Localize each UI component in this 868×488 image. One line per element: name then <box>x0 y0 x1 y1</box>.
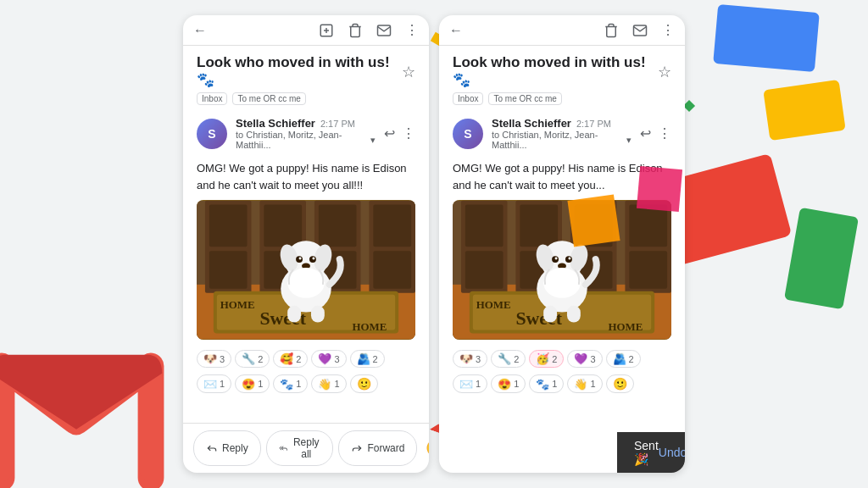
reaction-ear-2[interactable]: 🫂 2 <box>606 350 641 368</box>
sender-name-2: Stella Schieffer <box>492 117 571 130</box>
svg-rect-50 <box>575 205 613 247</box>
svg-text:HOME: HOME <box>609 321 643 333</box>
more-icon-2[interactable]: ⋮ <box>661 22 675 38</box>
sender-row-2: S Stella Schieffer 2:17 PM to Christian,… <box>439 110 685 157</box>
toolbar-2: ← ⋮ <box>439 15 685 46</box>
svg-text:HOME: HOME <box>220 299 255 311</box>
add-reaction-1[interactable]: 🙂 <box>350 374 378 393</box>
svg-point-66 <box>568 258 570 260</box>
star-icon-1[interactable]: ☆ <box>402 63 415 81</box>
reaction-envelope-1[interactable]: ✉️ 1 <box>197 374 231 393</box>
sender-name-row-2: Stella Schieffer 2:17 PM <box>492 117 632 130</box>
email-body-2: OMG! We got a puppy! His name is Edison … <box>439 157 685 200</box>
reaction-dog-1[interactable]: 🐶 3 <box>197 350 231 368</box>
reaction-eyes-1[interactable]: 😍 1 <box>235 374 270 393</box>
svg-rect-15 <box>209 205 248 247</box>
svg-rect-53 <box>629 251 667 289</box>
svg-rect-21 <box>373 205 411 247</box>
sender-name-row-1: Stella Schieffer 2:17 PM <box>236 117 376 130</box>
reply-icon-1[interactable]: ↩ <box>384 125 395 141</box>
reactions-row1-1: 🐶 3 🔧 2 🥰 2 💜 3 🫂 2 <box>183 347 429 371</box>
svg-point-65 <box>555 258 558 260</box>
email-panel-1: ← ⋮ Look who moved in with us! 🐾 ☆ I <box>183 15 429 473</box>
svg-rect-68 <box>543 306 557 323</box>
sender-info-2: Stella Schieffer 2:17 PM to Christian, M… <box>492 117 632 150</box>
reaction-ear-1[interactable]: 🫂 2 <box>350 350 385 368</box>
back-button-1[interactable]: ← <box>193 23 207 38</box>
reaction-wrench-2[interactable]: 🔧 2 <box>491 350 526 368</box>
reaction-paw-2[interactable]: 🐾 1 <box>529 374 564 393</box>
email-tags-2: Inbox To me OR cc me <box>453 92 671 105</box>
svg-rect-69 <box>567 306 581 323</box>
email-body-1: OMG! We got a puppy! His name is Edison … <box>183 157 429 200</box>
reactions-row2-1: ✉️ 1 😍 1 🐾 1 👋 1 🙂 <box>183 371 429 396</box>
tag-tome-2: To me OR cc me <box>488 92 561 105</box>
svg-point-70 <box>543 268 581 298</box>
email-header-1: Look who moved in with us! 🐾 ☆ Inbox To … <box>183 46 429 110</box>
reactions-row1-2: 🐶 3 🔧 2 🥳 2 💜 3 🫂 2 <box>439 347 685 371</box>
reply-bar-1: Reply Reply all Forward 🙂 <box>183 423 429 473</box>
svg-rect-52 <box>629 205 667 247</box>
avatar-1: S <box>197 119 227 149</box>
sender-time-2: 2:17 PM <box>576 119 611 129</box>
reply-icon-2[interactable]: ↩ <box>640 125 651 141</box>
star-icon-2[interactable]: ☆ <box>658 63 671 81</box>
reaction-purple-heart-2[interactable]: 💜 3 <box>567 350 602 368</box>
sender-time-1: 2:17 PM <box>320 119 355 129</box>
compose-icon-1[interactable] <box>319 23 334 38</box>
tag-inbox-2: Inbox <box>453 92 483 105</box>
forward-button-1[interactable]: Forward <box>338 430 417 466</box>
email-panel-2: ← ⋮ Look who moved in with us! 🐾 ☆ Inbox… <box>439 15 685 473</box>
reply-all-button-1[interactable]: Reply all <box>266 430 334 466</box>
undo-button[interactable]: Undo <box>659 446 685 459</box>
delete-icon-2[interactable] <box>604 23 619 38</box>
sent-text: Sent 🎉 <box>634 439 659 466</box>
sender-to-1[interactable]: to Christian, Moritz, Jean-Matthii... ▾ <box>236 130 376 150</box>
sender-row-1: S Stella Schieffer 2:17 PM to Christian,… <box>183 110 429 157</box>
add-reaction-2[interactable]: 🙂 <box>606 374 634 393</box>
email-subject-2: Look who moved in with us! 🐾 ☆ <box>453 54 671 89</box>
reply-button-1[interactable]: Reply <box>193 430 261 466</box>
svg-rect-46 <box>465 205 504 247</box>
svg-rect-22 <box>373 251 411 289</box>
reaction-paw-1[interactable]: 🐾 1 <box>273 374 308 393</box>
more-sender-icon-1[interactable]: ⋮ <box>402 125 415 141</box>
reaction-dog-2[interactable]: 🐶 3 <box>453 350 487 368</box>
reaction-wrench-1[interactable]: 🔧 2 <box>235 350 270 368</box>
svg-point-39 <box>287 268 325 298</box>
dog-image-2: HOME Sweet HOME <box>453 200 671 340</box>
svg-rect-37 <box>287 306 301 323</box>
avatar-2: S <box>453 119 483 149</box>
toolbar-1: ← ⋮ <box>183 15 429 46</box>
svg-rect-17 <box>264 205 302 247</box>
reaction-party-2[interactable]: 🥳 2 <box>529 350 564 368</box>
svg-point-34 <box>299 258 302 260</box>
reaction-wave-2[interactable]: 👋 1 <box>567 374 602 393</box>
subject-text-1: Look who moved in with us! 🐾 <box>197 54 402 89</box>
sender-to-2[interactable]: to Christian, Moritz, Jean-Matthii... ▾ <box>492 130 632 150</box>
reaction-heart-eyes-1[interactable]: 🥰 2 <box>273 350 308 368</box>
email-header-2: Look who moved in with us! 🐾 ☆ Inbox To … <box>439 46 685 110</box>
back-button-2[interactable]: ← <box>449 23 463 38</box>
more-sender-icon-2[interactable]: ⋮ <box>658 125 671 141</box>
svg-rect-48 <box>520 205 558 247</box>
emoji-button-1[interactable]: 🙂 <box>422 430 429 466</box>
delete-icon-1[interactable] <box>348 23 363 38</box>
email-icon-2[interactable] <box>632 23 648 38</box>
sender-actions-2: ↩ ⋮ <box>640 125 671 141</box>
sender-name-1: Stella Schieffer <box>236 117 315 130</box>
subject-text-2: Look who moved in with us! 🐾 <box>453 54 658 89</box>
tag-tome-1: To me OR cc me <box>232 92 305 105</box>
svg-point-35 <box>312 258 314 260</box>
reaction-purple-heart-1[interactable]: 💜 3 <box>311 350 346 368</box>
email-icon-1[interactable] <box>376 23 392 38</box>
reaction-wave-1[interactable]: 👋 1 <box>311 374 346 393</box>
reaction-envelope-2[interactable]: ✉️ 1 <box>453 374 487 393</box>
svg-text:HOME: HOME <box>476 299 511 311</box>
reactions-row2-2: ✉️ 1 😍 1 🐾 1 👋 1 🙂 <box>439 371 685 396</box>
svg-rect-16 <box>209 251 248 289</box>
sender-info-1: Stella Schieffer 2:17 PM to Christian, M… <box>236 117 376 150</box>
more-icon-1[interactable]: ⋮ <box>405 22 419 38</box>
email-tags-1: Inbox To me OR cc me <box>197 92 415 105</box>
reaction-eyes-2[interactable]: 😍 1 <box>491 374 526 393</box>
